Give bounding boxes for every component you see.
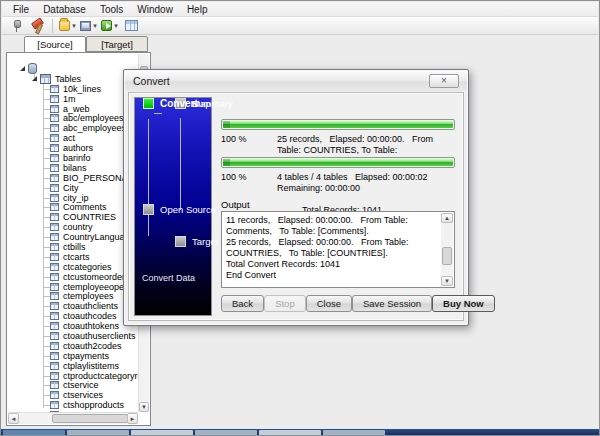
view-button[interactable]: ▼ bbox=[80, 18, 98, 34]
open-database-button[interactable]: ▼ bbox=[59, 18, 77, 34]
tree-item[interactable]: ctbills bbox=[8, 242, 138, 252]
tree-root-node[interactable] bbox=[8, 64, 138, 74]
tree-item-label: abc/employees bbox=[63, 113, 124, 123]
run-button[interactable]: ▼ bbox=[101, 18, 119, 34]
step-connector-line bbox=[154, 113, 162, 114]
scrollbar-thumb[interactable] bbox=[52, 414, 128, 423]
menu-item[interactable]: Window bbox=[130, 2, 180, 17]
dropdown-arrow-icon[interactable]: ▼ bbox=[113, 23, 119, 29]
close-icon[interactable]: × bbox=[429, 74, 459, 88]
tree-item[interactable]: CountryLanguage bbox=[8, 232, 138, 242]
menu-item[interactable]: Help bbox=[180, 2, 215, 17]
scroll-left-button[interactable]: ◄ bbox=[8, 413, 19, 424]
tree-item[interactable]: ctservice bbox=[8, 381, 138, 391]
save-session-button[interactable]: Save Session bbox=[352, 295, 432, 312]
output-text: 11 records, Elapsed: 00:00:00. From Tabl… bbox=[226, 215, 438, 285]
output-box[interactable]: 11 records, Elapsed: 00:00:00. From Tabl… bbox=[221, 211, 455, 288]
scroll-up-button[interactable]: ▲ bbox=[441, 213, 453, 223]
scrollbar-thumb[interactable] bbox=[442, 247, 452, 265]
hammer-icon bbox=[31, 19, 44, 32]
tree-item[interactable]: 10k_lines bbox=[8, 84, 138, 94]
tree-item[interactable]: BIO_PERSONAL_INF bbox=[8, 173, 138, 183]
tree-item[interactable]: city_ip bbox=[8, 193, 138, 203]
tools-button[interactable] bbox=[28, 18, 46, 34]
tree-item[interactable]: 1m bbox=[8, 94, 138, 104]
toolbar: ▼ ▼ ▼ bbox=[2, 17, 598, 35]
tree-item[interactable]: City bbox=[8, 183, 138, 193]
tree-item[interactable]: ctoauth2codes bbox=[8, 341, 138, 351]
tree-item[interactable]: ctcustomeorders bbox=[8, 272, 138, 282]
scroll-down-button[interactable]: ▼ bbox=[441, 276, 453, 286]
tree-item[interactable]: act bbox=[8, 133, 138, 143]
app-window: FileDatabaseToolsWindowHelp ▼ ▼ ▼ [Targe… bbox=[0, 0, 600, 436]
tables-icon bbox=[40, 74, 51, 84]
tree-item[interactable]: a_web bbox=[8, 104, 138, 114]
tree-item[interactable]: ctoauthtokens bbox=[8, 321, 138, 331]
menu-bar: FileDatabaseToolsWindowHelp bbox=[2, 2, 598, 17]
scroll-down-button[interactable]: ▼ bbox=[139, 402, 149, 412]
tree-item-label: act bbox=[63, 133, 75, 143]
table-icon bbox=[50, 302, 59, 310]
output-line: Total Convert Records: 1041 bbox=[226, 259, 438, 270]
tree-item-label: city_ip bbox=[63, 193, 89, 203]
tree-item[interactable]: country bbox=[8, 222, 138, 232]
taskbar-button[interactable] bbox=[195, 430, 257, 435]
tree-item[interactable]: ctshopproducts bbox=[8, 400, 138, 410]
taskbar-button[interactable] bbox=[131, 430, 193, 435]
menu-item[interactable]: Tools bbox=[93, 2, 130, 17]
output-scrollbar[interactable]: ▲ ▼ bbox=[441, 213, 453, 286]
tree-item[interactable]: barinfo bbox=[8, 153, 138, 163]
total-progress-bar bbox=[221, 157, 455, 168]
tree-item[interactable]: authors bbox=[8, 143, 138, 153]
tree-item[interactable]: COUNTRIES bbox=[8, 212, 138, 222]
close-button[interactable]: Close bbox=[306, 295, 352, 312]
tab-target[interactable]: [Target] bbox=[86, 36, 148, 52]
toolbar-separator bbox=[52, 19, 53, 33]
tree-item[interactable]: ctplaylistitems bbox=[8, 361, 138, 371]
taskbar-button[interactable] bbox=[323, 430, 385, 435]
buy-now-button[interactable]: Buy Now bbox=[432, 295, 495, 312]
taskbar-button[interactable] bbox=[67, 430, 129, 435]
taskbar-button[interactable] bbox=[3, 430, 65, 435]
dialog-title: Convert bbox=[133, 75, 429, 87]
tree-item[interactable]: ctemployees bbox=[8, 291, 138, 301]
dropdown-arrow-icon[interactable]: ▼ bbox=[92, 23, 98, 29]
pin-button[interactable] bbox=[7, 18, 25, 34]
tree-item-label: ctcustomeorders bbox=[63, 272, 130, 282]
dialog-title-bar[interactable]: Convert × bbox=[125, 71, 467, 91]
table-view-button[interactable] bbox=[122, 18, 140, 34]
tree-item[interactable]: ctoauthcodes bbox=[8, 311, 138, 321]
tree-item[interactable]: abc_employees bbox=[8, 123, 138, 133]
dropdown-arrow-icon[interactable]: ▼ bbox=[71, 23, 77, 29]
back-button[interactable]: Back bbox=[221, 295, 264, 312]
tree-item[interactable]: Comments bbox=[8, 202, 138, 212]
tree-item[interactable]: ctcarts bbox=[8, 252, 138, 262]
tree-item-label: 10k_lines bbox=[63, 84, 101, 94]
tree-tables-node[interactable]: Tables bbox=[8, 74, 138, 84]
menu-item[interactable]: Database bbox=[36, 2, 93, 17]
tree-item[interactable]: ctcategories bbox=[8, 262, 138, 272]
tree-item[interactable]: ctoauthuserclients bbox=[8, 331, 138, 341]
tree-item[interactable]: ctemployeeoperatelog bbox=[8, 282, 138, 292]
tree-horizontal-scrollbar[interactable]: ◄ ► bbox=[8, 412, 138, 424]
expand-arrow-icon[interactable] bbox=[20, 66, 25, 71]
database-icon bbox=[28, 63, 37, 74]
tree-item-label: ctoauth2codes bbox=[63, 341, 122, 351]
menu-item[interactable]: File bbox=[6, 2, 36, 17]
table-icon bbox=[50, 332, 59, 340]
scroll-right-button[interactable]: ► bbox=[127, 413, 138, 424]
table-icon bbox=[50, 184, 59, 192]
run-icon bbox=[101, 20, 112, 31]
tree-item[interactable]: abc/employees bbox=[8, 113, 138, 123]
tab-source[interactable]: [Source] bbox=[24, 36, 86, 53]
step-connector-line bbox=[180, 118, 181, 210]
table-icon bbox=[50, 105, 59, 113]
tree-item[interactable]: ctproductcategoryrelation bbox=[8, 371, 138, 381]
tree-item[interactable]: ctservices bbox=[8, 390, 138, 400]
output-label: Output bbox=[221, 199, 250, 210]
tree-item[interactable]: bilans bbox=[8, 163, 138, 173]
tree-item[interactable]: ctpayments bbox=[8, 351, 138, 361]
expand-arrow-icon[interactable] bbox=[32, 76, 37, 81]
tree-item[interactable]: ctoauthclients bbox=[8, 301, 138, 311]
taskbar-button[interactable] bbox=[259, 430, 321, 435]
